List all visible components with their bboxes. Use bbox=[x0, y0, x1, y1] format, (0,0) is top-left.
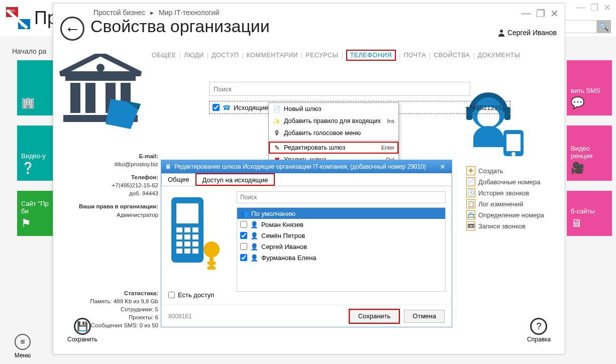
help-square-icon: ❔ bbox=[21, 162, 49, 175]
svg-rect-26 bbox=[184, 227, 190, 232]
ctx-add-rule[interactable]: ✨ Добавить правило для входящих Ins bbox=[269, 115, 398, 127]
menu-icon: ≡ bbox=[15, 334, 31, 350]
dlg-right-pane: 👥 По умолчанию 👤 Роман Князев 👤 Семён Пе… bbox=[237, 191, 446, 300]
ctx-add-voice-menu[interactable]: 🎙 Добавить голосовое меню bbox=[269, 127, 398, 139]
action-change-log[interactable]: 📋Лог изменений bbox=[466, 198, 553, 209]
dlg-tab-general[interactable]: Общее bbox=[161, 173, 196, 186]
save-button[interactable]: Сохранить bbox=[350, 310, 399, 323]
tab-general[interactable]: ОБЩЕЕ bbox=[152, 52, 176, 59]
dlg-close-icon[interactable]: ✕ bbox=[438, 163, 448, 171]
tab-access[interactable]: ДОСТУП bbox=[212, 52, 239, 59]
tab-telephony[interactable]: ТЕЛЕФОНИЯ bbox=[346, 50, 396, 61]
svg-rect-28 bbox=[176, 234, 182, 239]
action-recordings[interactable]: 📼Записи звонков bbox=[466, 220, 553, 231]
tab-mail[interactable]: ПОЧТА bbox=[403, 52, 426, 59]
svg-rect-29 bbox=[184, 234, 190, 239]
bg-tile-sites[interactable]: б-сайты 🖥 bbox=[567, 191, 612, 236]
telephony-actions: ✚Создать 📄Добавочные номера 🕓История зво… bbox=[466, 165, 553, 231]
user-row[interactable]: 👤 Семён Петров bbox=[237, 230, 445, 241]
person-icon bbox=[497, 29, 505, 37]
save-footer[interactable]: 💾 Сохранить bbox=[67, 318, 97, 343]
clock-icon: 🕓 bbox=[466, 188, 475, 197]
user-row[interactable]: 👤 Фурманова Елена bbox=[237, 252, 445, 263]
action-caller-id[interactable]: 📇Определение номера bbox=[466, 209, 553, 220]
ctx-new-gateway[interactable]: 📄 Новый шлюз bbox=[269, 103, 398, 115]
user-checkbox[interactable] bbox=[240, 221, 247, 228]
tab-documents[interactable]: ДОКУМЕНТЫ bbox=[478, 52, 521, 59]
user-checkbox[interactable] bbox=[240, 243, 247, 250]
bg-tile-video-tutorial[interactable]: Видео-у ❔ bbox=[17, 126, 53, 181]
bg-window-controls: — ❐ ✕ bbox=[576, 2, 611, 13]
bg-search-icon[interactable]: 🔍 bbox=[597, 20, 611, 33]
bg-minimize-icon[interactable]: — bbox=[576, 2, 585, 13]
svg-rect-40 bbox=[208, 267, 216, 270]
user-checkbox[interactable] bbox=[240, 232, 247, 239]
chat-icon: 💬 bbox=[571, 96, 608, 109]
restore-icon[interactable]: ❐ bbox=[536, 8, 545, 20]
bg-tile-sms[interactable]: вить SMS 💬 bbox=[567, 60, 612, 115]
cancel-button[interactable]: Отмена bbox=[404, 310, 445, 323]
svg-rect-8 bbox=[65, 76, 136, 81]
dlg-tab-outgoing-access[interactable]: Доступ на исходящие bbox=[195, 173, 275, 186]
window-controls: — ❐ ✕ bbox=[521, 8, 559, 20]
gateway-search-input[interactable] bbox=[209, 82, 470, 96]
help-footer[interactable]: ? Справка bbox=[527, 318, 551, 343]
help-icon: ? bbox=[530, 318, 547, 335]
breadcrumb-org[interactable]: Мир IT-технологий bbox=[159, 9, 219, 17]
action-create[interactable]: ✚Создать bbox=[466, 165, 553, 176]
ctx-edit-gateway[interactable]: ✎ Редактировать шлюз Enter bbox=[269, 142, 398, 154]
has-access-checkbox[interactable] bbox=[168, 292, 175, 298]
modal-header: ← Простой бизнес ▸ Мир IT-технологий Сво… bbox=[53, 4, 565, 49]
gateway-checkbox[interactable] bbox=[213, 104, 220, 111]
user-group-default[interactable]: 👥 По умолчанию bbox=[237, 208, 445, 219]
tab-properties[interactable]: СВОЙСТВА bbox=[434, 52, 470, 59]
action-extensions[interactable]: 📄Добавочные номера bbox=[466, 176, 553, 187]
wand-icon: ✨ bbox=[273, 117, 281, 125]
back-button[interactable]: ← bbox=[60, 17, 84, 41]
group-icon: 👥 bbox=[240, 210, 248, 217]
breadcrumb-app[interactable]: Простой бизнес bbox=[93, 9, 145, 17]
bg-tile-site[interactable]: Сайт "Пр би ⚑ bbox=[17, 191, 53, 236]
bg-tile-1[interactable]: 🏢 bbox=[17, 60, 53, 115]
gateway-number: +749521215... bbox=[465, 104, 507, 111]
svg-rect-34 bbox=[176, 249, 182, 254]
voice-icon: 🎙 bbox=[273, 129, 281, 137]
bg-restore-icon[interactable]: ❐ bbox=[590, 2, 598, 13]
user-checkbox[interactable] bbox=[240, 254, 247, 261]
person-icon: 👤 bbox=[250, 254, 258, 262]
pencil-icon: ✎ bbox=[273, 144, 281, 152]
tab-comments[interactable]: КОММЕНТАРИИ bbox=[247, 52, 298, 59]
gateway-context-menu: 📄 Новый шлюз ✨ Добавить правило для вход… bbox=[268, 102, 399, 166]
svg-point-5 bbox=[500, 30, 503, 33]
dlg-tabs: Общее Доступ на исходящие bbox=[161, 173, 452, 186]
phone-key-icon bbox=[167, 195, 223, 276]
user-row[interactable]: 👤 Роман Князев bbox=[237, 219, 445, 230]
user-search-input[interactable] bbox=[237, 191, 446, 203]
bg-menu[interactable]: ≡ Меню bbox=[10, 334, 35, 359]
building-icon: 🏢 bbox=[21, 96, 49, 109]
bg-close-icon[interactable]: ✕ bbox=[603, 2, 611, 13]
svg-rect-27 bbox=[192, 227, 198, 232]
current-user[interactable]: Сергей Иванов bbox=[497, 29, 557, 37]
svg-rect-31 bbox=[176, 241, 182, 247]
tab-resources[interactable]: РЕСУРСЫ bbox=[305, 52, 338, 59]
svg-rect-10 bbox=[85, 83, 95, 113]
save-icon: 💾 bbox=[74, 318, 91, 335]
person-icon: 👤 bbox=[250, 232, 258, 239]
svg-text:TOY: TOY bbox=[20, 24, 28, 28]
log-icon: 📋 bbox=[466, 199, 475, 208]
svg-rect-30 bbox=[192, 234, 198, 239]
close-icon[interactable]: ✕ bbox=[550, 8, 559, 20]
has-access-row[interactable]: Есть доступ bbox=[168, 291, 214, 299]
svg-rect-21 bbox=[506, 134, 521, 151]
flag-icon: ⚑ bbox=[21, 217, 49, 230]
action-call-history[interactable]: 🕓История звонков bbox=[466, 187, 553, 198]
user-row[interactable]: 👤 Сергей Иванов bbox=[237, 241, 445, 252]
dlg-footer: 8008161 Сохранить Отмена bbox=[161, 305, 452, 327]
tab-people[interactable]: ЛЮДИ bbox=[184, 52, 204, 59]
bg-start-text: Начало ра bbox=[12, 47, 46, 55]
ctx-separator bbox=[269, 140, 398, 141]
svg-rect-25 bbox=[176, 227, 182, 232]
bg-tile-videoconf[interactable]: Видео ренция 🎥 bbox=[567, 126, 612, 181]
minimize-icon[interactable]: — bbox=[521, 8, 531, 20]
